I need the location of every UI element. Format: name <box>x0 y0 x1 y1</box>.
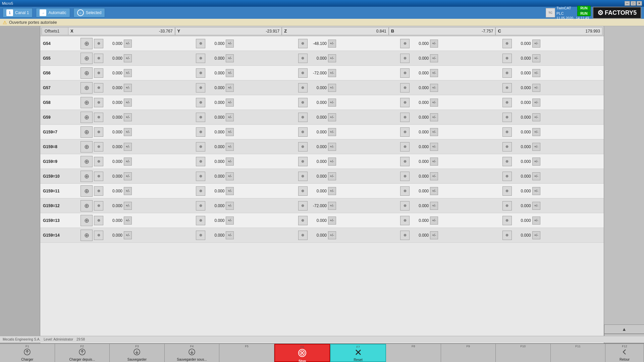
axis-set-button[interactable]: ⊕ <box>298 201 308 210</box>
axis-pm-button[interactable]: +/- <box>124 54 132 62</box>
axis-set-button[interactable]: ⊕ <box>298 186 308 196</box>
axis-set-button[interactable]: ⊕ <box>298 39 308 48</box>
axis-set-button[interactable]: ⊕ <box>400 39 410 48</box>
axis-set-button[interactable]: ⊕ <box>400 127 410 137</box>
axis-pm-button[interactable]: +/- <box>226 54 234 62</box>
row-crosshair-button[interactable] <box>80 126 93 138</box>
axis-pm-button[interactable]: +/- <box>328 128 336 136</box>
axis-set-button[interactable]: ⊕ <box>400 98 410 107</box>
row-crosshair-button[interactable] <box>80 156 93 167</box>
axis-pm-button[interactable]: +/- <box>430 128 438 136</box>
axis-pm-button[interactable]: +/- <box>430 84 438 92</box>
axis-set-button[interactable]: ⊕ <box>298 172 308 181</box>
axis-pm-button[interactable]: +/- <box>226 99 234 107</box>
row-crosshair-button[interactable] <box>80 230 93 241</box>
axis-pm-button[interactable]: +/- <box>226 113 234 121</box>
axis-set-button[interactable]: ⊕ <box>298 142 308 152</box>
axis-pm-button[interactable]: +/- <box>430 231 438 239</box>
axis-set-button[interactable]: ⊕ <box>400 172 410 181</box>
row-crosshair-button[interactable] <box>80 185 93 197</box>
axis-set-button[interactable]: ⊕ <box>502 54 512 63</box>
canal-item[interactable]: 1 Canal 1 <box>3 8 33 17</box>
axis-set-button[interactable]: ⊕ <box>94 201 103 210</box>
axis-pm-button[interactable]: +/- <box>532 69 540 77</box>
axis-pm-button[interactable]: +/- <box>328 113 336 121</box>
axis-pm-button[interactable]: +/- <box>430 54 438 62</box>
axis-pm-button[interactable]: +/- <box>124 202 132 210</box>
axis-pm-button[interactable]: +/- <box>532 158 540 166</box>
axis-set-button[interactable]: ⊕ <box>400 201 410 210</box>
axis-set-button[interactable]: ⊕ <box>196 231 205 240</box>
axis-set-button[interactable]: ⊕ <box>298 54 308 63</box>
axis-pm-button[interactable]: +/- <box>124 40 132 48</box>
axis-pm-button[interactable]: +/- <box>226 84 234 92</box>
axis-set-button[interactable]: ⊕ <box>502 39 512 48</box>
axis-set-button[interactable]: ⊕ <box>502 127 512 137</box>
axis-pm-button[interactable]: +/- <box>226 158 234 166</box>
axis-pm-button[interactable]: +/- <box>430 172 438 180</box>
axis-set-button[interactable]: ⊕ <box>298 157 308 166</box>
axis-set-button[interactable]: ⊕ <box>196 83 205 93</box>
axis-set-button[interactable]: ⊕ <box>196 98 205 107</box>
axis-pm-button[interactable]: +/- <box>124 113 132 121</box>
axis-set-button[interactable]: ⊕ <box>400 83 410 93</box>
row-crosshair-button[interactable] <box>80 215 93 226</box>
axis-set-button[interactable]: ⊕ <box>502 172 512 181</box>
axis-set-button[interactable]: ⊕ <box>298 216 308 225</box>
func-key-f4[interactable]: F4 Sauvegarder sous... <box>165 344 220 362</box>
axis-set-button[interactable]: ⊕ <box>196 68 205 78</box>
axis-pm-button[interactable]: +/- <box>532 202 540 210</box>
row-crosshair-button[interactable] <box>80 171 93 182</box>
axis-pm-button[interactable]: +/- <box>532 231 540 239</box>
axis-pm-button[interactable]: +/- <box>124 128 132 136</box>
axis-pm-button[interactable]: +/- <box>226 202 234 210</box>
axis-set-button[interactable]: ⊕ <box>400 142 410 152</box>
func-key-f12[interactable]: F12 Retour <box>605 344 644 362</box>
axis-pm-button[interactable]: +/- <box>124 158 132 166</box>
axis-pm-button[interactable]: +/- <box>226 217 234 225</box>
axis-set-button[interactable]: ⊕ <box>94 39 103 48</box>
func-key-f10[interactable]: F10 <box>496 344 551 362</box>
func-key-f1[interactable]: F1 Charger <box>0 344 55 362</box>
axis-pm-button[interactable]: +/- <box>532 217 540 225</box>
scrollbar-track[interactable] <box>604 26 644 324</box>
axis-set-button[interactable]: ⊕ <box>502 216 512 225</box>
axis-pm-button[interactable]: +/- <box>532 128 540 136</box>
axis-pm-button[interactable]: +/- <box>124 143 132 151</box>
axis-set-button[interactable]: ⊕ <box>196 113 205 122</box>
row-crosshair-button[interactable] <box>80 53 93 64</box>
axis-set-button[interactable]: ⊕ <box>94 68 103 78</box>
axis-set-button[interactable]: ⊕ <box>196 216 205 225</box>
func-key-f9[interactable]: F9 <box>441 344 496 362</box>
row-crosshair-button[interactable] <box>80 67 93 79</box>
func-key-f3[interactable]: F3 Sauvegarder <box>110 344 165 362</box>
axis-pm-button[interactable]: +/- <box>226 69 234 77</box>
axis-set-button[interactable]: ⊕ <box>502 142 512 152</box>
axis-set-button[interactable]: ⊕ <box>94 172 103 181</box>
axis-pm-button[interactable]: +/- <box>430 158 438 166</box>
axis-pm-button[interactable]: +/- <box>328 187 336 195</box>
axis-pm-button[interactable]: +/- <box>430 113 438 121</box>
func-key-f2[interactable]: F2 Charger depuis... <box>55 344 110 362</box>
axis-pm-button[interactable]: +/- <box>532 143 540 151</box>
axis-pm-button[interactable]: +/- <box>430 99 438 107</box>
axis-pm-button[interactable]: +/- <box>328 99 336 107</box>
func-key-f8[interactable]: F8 <box>386 344 441 362</box>
status-item[interactable]: ○ Selected <box>73 8 105 17</box>
axis-set-button[interactable]: ⊕ <box>298 127 308 137</box>
axis-pm-button[interactable]: +/- <box>124 231 132 239</box>
row-crosshair-button[interactable] <box>80 38 93 49</box>
axis-set-button[interactable]: ⊕ <box>502 157 512 166</box>
axis-set-button[interactable]: ⊕ <box>94 142 103 152</box>
axis-pm-button[interactable]: +/- <box>124 99 132 107</box>
axis-set-button[interactable]: ⊕ <box>502 68 512 78</box>
axis-pm-button[interactable]: +/- <box>124 69 132 77</box>
axis-set-button[interactable]: ⊕ <box>298 98 308 107</box>
axis-pm-button[interactable]: +/- <box>430 187 438 195</box>
axis-set-button[interactable]: ⊕ <box>400 113 410 122</box>
axis-set-button[interactable]: ⊕ <box>400 216 410 225</box>
axis-pm-button[interactable]: +/- <box>532 99 540 107</box>
axis-set-button[interactable]: ⊕ <box>94 231 103 240</box>
axis-set-button[interactable]: ⊕ <box>502 98 512 107</box>
maximize-button[interactable]: □ <box>631 1 636 6</box>
